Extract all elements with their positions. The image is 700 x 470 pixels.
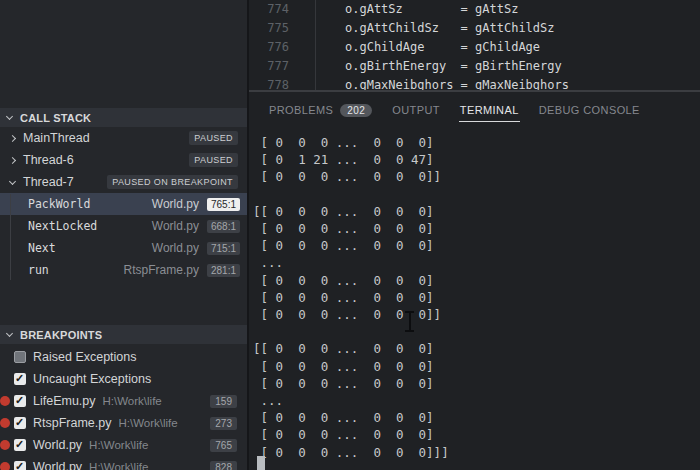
breakpoint-path: H:\Work\life [89, 439, 210, 451]
tab-debug-console[interactable]: DEBUG CONSOLE [538, 99, 641, 121]
call-stack-header[interactable]: CALL STACK [0, 108, 247, 127]
line-number: 776 [249, 38, 289, 57]
breakpoint-label: Raised Exceptions [33, 350, 137, 364]
text-ibeam-cursor-icon [405, 311, 414, 332]
stack-frame-row-next[interactable]: Next World.py 715:1 [0, 237, 247, 259]
frame-line-badge: 715:1 [207, 242, 240, 255]
tab-label: DEBUG CONSOLE [539, 104, 640, 116]
terminal-line: ... [253, 392, 700, 409]
stack-frame-row-nextlocked[interactable]: NextLocked World.py 668:1 [0, 215, 247, 237]
sidebar-empty-area [0, 281, 247, 325]
tab-output[interactable]: OUTPUT [391, 99, 441, 121]
breakpoint-label: World.py [33, 438, 82, 452]
breakpoint-row-rtspframe[interactable]: RtspFrame.py H:\Work\life 273 [0, 412, 247, 434]
thread-row-mainthread[interactable]: MainThread PAUSED [0, 127, 247, 149]
terminal-line: [ 0 0 0 ... 0 0 0] [253, 134, 700, 151]
chevron-down-icon [6, 330, 13, 337]
breakpoint-row-uncaught-exceptions[interactable]: Uncaught Exceptions [0, 368, 247, 390]
thread-name: Thread-6 [23, 153, 189, 167]
checkbox-checked-icon[interactable] [14, 461, 26, 470]
terminal-line: ... [253, 254, 700, 271]
code-line: 777 o.gBirthEnergy = gBirthEnergy [249, 57, 700, 76]
thread-row-thread-6[interactable]: Thread-6 PAUSED [0, 149, 247, 171]
code-line: 776 o.gChildAge = gChildAge [249, 38, 700, 57]
frame-file: RtspFrame.py [124, 263, 199, 277]
terminal-line [253, 186, 700, 203]
terminal-line: [ 0 0 0 ... 0 0 0] [253, 289, 700, 306]
breakpoint-line-badge: 765 [210, 439, 237, 452]
terminal-line: [ 0 0 0 ... 0 0 0] [253, 426, 700, 443]
terminal-cursor [257, 456, 265, 470]
code-line: 774 o.gAttSz = gAttSz [249, 0, 700, 19]
frame-file: World.py [152, 241, 199, 255]
section-title: BREAKPOINTS [20, 329, 102, 341]
tab-problems[interactable]: PROBLEMS 202 [268, 99, 373, 122]
breakpoint-row-world-765[interactable]: World.py H:\Work\life 765 [0, 434, 247, 456]
terminal-line: [ 0 1 21 ... 0 0 47] [253, 151, 700, 168]
terminal-output[interactable]: [ 0 0 0 ... 0 0 0] [ 0 1 21 ... 0 0 47] … [249, 134, 700, 470]
stack-frame-row-run[interactable]: run RtspFrame.py 281:1 [0, 259, 247, 281]
breakpoint-label: RtspFrame.py [33, 416, 112, 430]
thread-status-badge: PAUSED ON BREAKPOINT [107, 175, 238, 189]
breakpoint-line-badge: 159 [210, 395, 237, 408]
section-title: CALL STACK [20, 112, 91, 124]
vscode-window: CALL STACK MainThread PAUSED Thread-6 PA… [0, 0, 700, 470]
breakpoint-row-raised-exceptions[interactable]: Raised Exceptions [0, 346, 247, 368]
checkbox-checked-icon[interactable] [14, 373, 26, 385]
frame-name: run [28, 263, 124, 277]
frame-line-badge: 668:1 [207, 220, 240, 233]
breakpoint-path: H:\Work\life [103, 395, 211, 407]
debug-sidebar: CALL STACK MainThread PAUSED Thread-6 PA… [0, 0, 247, 470]
breakpoint-dot-icon [0, 418, 10, 428]
breakpoint-label: Uncaught Exceptions [33, 372, 151, 386]
frame-line-badge: 765:1 [207, 198, 240, 211]
chevron-right-icon [9, 134, 16, 141]
terminal-line: [ 0 0 0 ... 0 0 0] [253, 358, 700, 375]
terminal-line: [[ 0 0 0 ... 0 0 0] [253, 340, 700, 357]
thread-name: MainThread [23, 131, 189, 145]
tab-label: OUTPUT [392, 104, 440, 116]
terminal-line: [ 0 0 0 ... 0 0 0] [253, 409, 700, 426]
checkbox-unchecked-icon[interactable] [14, 351, 26, 363]
frame-line-badge: 281:1 [207, 264, 240, 277]
line-number: 775 [249, 19, 289, 38]
breakpoint-label: World.py [33, 460, 82, 470]
checkbox-checked-icon[interactable] [14, 439, 26, 451]
terminal-line: [[ 0 0 0 ... 0 0 0] [253, 203, 700, 220]
breakpoint-row-world-828[interactable]: World.py H:\Work\life 828 [0, 456, 247, 470]
thread-row-thread-7[interactable]: Thread-7 PAUSED ON BREAKPOINT [0, 171, 247, 193]
sidebar-empty-area [0, 0, 247, 108]
breakpoints-list: Raised Exceptions Uncaught Exceptions Li… [0, 346, 247, 470]
code-text: o.gAttSz = gAttSz [289, 0, 518, 19]
breakpoints-header[interactable]: BREAKPOINTS [0, 325, 247, 344]
terminal-line: [ 0 0 0 ... 0 0 0] [253, 375, 700, 392]
breakpoint-path: H:\Work\life [119, 417, 211, 429]
terminal-line: [ 0 0 0 ... 0 0 0]] [253, 168, 700, 185]
line-number: 774 [249, 0, 289, 19]
chevron-right-icon [9, 156, 16, 163]
checkbox-checked-icon[interactable] [14, 417, 26, 429]
checkbox-checked-icon[interactable] [14, 395, 26, 407]
breakpoint-label: LifeEmu.py [33, 394, 96, 408]
breakpoint-line-badge: 273 [210, 417, 237, 430]
frame-name: PackWorld [28, 197, 152, 211]
thread-status-badge: PAUSED [189, 153, 238, 167]
panel-tab-bar: PROBLEMS 202 OUTPUT TERMINAL DEBUG CONSO… [249, 92, 700, 128]
breakpoint-dot-icon [0, 440, 10, 450]
tab-label: TERMINAL [460, 104, 519, 116]
terminal-line: [ 0 0 0 ... 0 0 0]]] [253, 444, 700, 461]
frame-name: Next [28, 241, 152, 255]
indent-guide [315, 0, 316, 90]
thread-status-badge: PAUSED [189, 131, 238, 145]
code-editor[interactable]: 774 o.gAttSz = gAttSz 775 o.gAttChildSz … [249, 0, 700, 90]
code-text: o.gAttChildSz = gAttChildSz [289, 19, 555, 38]
terminal-line [253, 323, 700, 340]
stack-frame-row-packworld[interactable]: PackWorld World.py 765:1 [0, 193, 247, 215]
tab-terminal[interactable]: TERMINAL [459, 99, 520, 122]
tab-label: PROBLEMS [269, 104, 333, 116]
frame-file: World.py [152, 219, 199, 233]
breakpoint-row-lifeemu[interactable]: LifeEmu.py H:\Work\life 159 [0, 390, 247, 412]
terminal-line: [ 0 0 0 ... 0 0 0]] [253, 306, 700, 323]
terminal-line: [ 0 0 0 ... 0 0 0] [253, 272, 700, 289]
line-number: 777 [249, 57, 289, 76]
